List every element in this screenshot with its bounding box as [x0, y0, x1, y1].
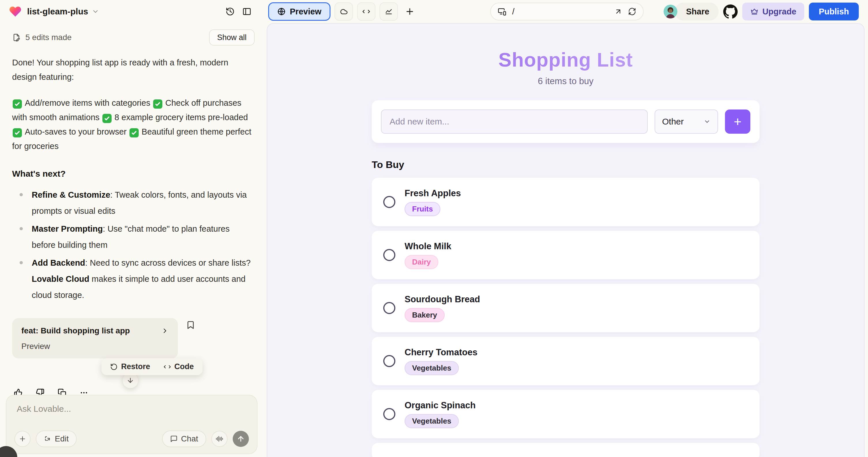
publish-button[interactable]: Publish — [809, 3, 859, 21]
feature-text: Add/remove items with categories — [25, 98, 150, 107]
shopping-item-row: Organic Spinach Vegetables — [372, 390, 760, 438]
refresh-icon — [628, 7, 636, 15]
version-status: Preview — [21, 342, 169, 351]
feature-text: Auto-saves to your browser — [25, 127, 127, 136]
open-external-button[interactable] — [614, 7, 622, 15]
code-icon — [362, 7, 370, 15]
category-selected-value: Other — [662, 117, 684, 127]
suggestion-list: Refine & Customize: Tweak colors, fonts,… — [21, 187, 255, 303]
chevron-right-icon — [161, 327, 169, 334]
refresh-button[interactable] — [628, 7, 636, 15]
globe-icon — [277, 7, 286, 16]
user-avatar[interactable] — [663, 5, 677, 19]
send-button[interactable] — [233, 431, 249, 447]
shopping-item-row: Whole Milk Dairy — [372, 231, 760, 279]
waveform-icon — [216, 435, 223, 443]
chevron-down-icon — [704, 118, 711, 125]
item-checkbox[interactable] — [383, 408, 395, 420]
cloud-button[interactable] — [335, 2, 353, 21]
list-item: Add Backend: Need to sync across devices… — [21, 255, 255, 303]
item-checkbox[interactable] — [383, 249, 395, 261]
lovable-logo-icon — [9, 5, 22, 18]
composer: Edit Chat — [6, 395, 257, 454]
panel-toggle-button[interactable] — [242, 7, 251, 16]
github-button[interactable] — [723, 4, 738, 19]
chat-bubble-icon — [170, 435, 178, 443]
voice-input-button[interactable] — [211, 431, 227, 447]
item-name: Organic Spinach — [405, 400, 475, 411]
bookmark-button[interactable] — [186, 320, 195, 330]
arrow-up-right-icon — [614, 7, 622, 15]
main-split: 5 edits made Show all Done! Your shoppin… — [0, 23, 868, 457]
code-icon — [163, 363, 171, 370]
url-bar[interactable]: / — [490, 3, 644, 21]
responsive-devices-icon — [498, 7, 506, 16]
upgrade-button[interactable]: Upgrade — [742, 3, 805, 21]
shopping-list: Fresh Apples Fruits Whole Milk Dairy — [372, 178, 760, 457]
preview-panel: Shopping List 6 items to buy Other + To … — [267, 23, 865, 457]
app-title: Shopping List — [372, 47, 760, 72]
arrow-down-icon — [127, 377, 134, 384]
url-path: / — [512, 7, 515, 17]
visual-edit-icon — [44, 435, 51, 443]
category-select[interactable]: Other — [655, 109, 718, 134]
item-name: Sourdough Bread — [405, 294, 480, 304]
check-emoji — [13, 99, 22, 109]
chat-mode-button[interactable]: Chat — [162, 430, 206, 447]
new-item-input[interactable] — [381, 109, 648, 134]
whats-next-heading: What's next? — [12, 169, 255, 178]
item-name: Cherry Tomatoes — [405, 347, 477, 358]
panel-controls — [225, 0, 251, 23]
file-edit-icon — [12, 33, 21, 42]
add-item-form: Other + — [372, 100, 760, 143]
items-count: 6 items to buy — [372, 76, 760, 87]
preview-tab[interactable]: Preview — [268, 2, 331, 21]
category-badge: Fruits — [405, 202, 440, 216]
crown-icon — [750, 7, 758, 15]
feature-text: 8 example grocery items pre-loaded — [115, 113, 248, 122]
check-emoji — [153, 99, 162, 109]
chat-panel: 5 edits made Show all Done! Your shoppin… — [0, 23, 267, 457]
chat-input[interactable] — [17, 404, 178, 414]
edits-summary: 5 edits made — [25, 33, 71, 42]
project-menu[interactable]: list-gleam-plus — [27, 7, 99, 17]
item-checkbox[interactable] — [383, 355, 395, 367]
code-button[interactable]: Code — [163, 362, 194, 371]
list-item: Master Prompting: Use "chat mode" to pla… — [21, 221, 255, 253]
history-icon — [225, 7, 235, 16]
code-view-button[interactable] — [357, 2, 375, 21]
upgrade-label: Upgrade — [763, 7, 797, 17]
item-checkbox[interactable] — [383, 302, 395, 314]
project-title: list-gleam-plus — [27, 7, 88, 17]
restore-button[interactable]: Restore — [110, 362, 150, 371]
version-row: feat: Build shopping list app Preview — [12, 318, 255, 358]
edits-summary-row: 5 edits made Show all — [12, 29, 255, 45]
add-item-button[interactable]: + — [725, 109, 750, 134]
shopping-item-row: Sourdough Bread Bakery — [372, 284, 760, 332]
check-emoji — [102, 114, 112, 123]
bookmark-icon — [186, 320, 195, 330]
composer-actions: Edit Chat — [14, 430, 249, 447]
shopping-item-row-partial — [372, 443, 760, 457]
history-button[interactable] — [225, 7, 235, 16]
share-button[interactable]: Share — [675, 3, 719, 21]
assistant-message-intro: Done! Your shopping list app is ready wi… — [12, 55, 255, 84]
analytics-button[interactable] — [379, 2, 398, 21]
chevron-down-icon — [92, 8, 99, 15]
list-item: Refine & Customize: Tweak colors, fonts,… — [21, 187, 255, 219]
add-view-button[interactable] — [402, 4, 417, 19]
undo-icon — [110, 363, 118, 370]
view-toolbar: Preview — [268, 0, 417, 23]
github-icon — [723, 4, 738, 19]
feature-list: Add/remove items with categories Check o… — [12, 96, 255, 153]
category-badge: Dairy — [405, 255, 438, 269]
plus-icon — [19, 435, 26, 443]
header-left: list-gleam-plus — [9, 0, 99, 23]
version-card[interactable]: feat: Build shopping list app Preview — [12, 318, 178, 358]
show-all-button[interactable]: Show all — [209, 29, 255, 45]
category-badge: Vegetables — [405, 361, 459, 375]
item-checkbox[interactable] — [383, 196, 395, 208]
edit-mode-button[interactable]: Edit — [36, 430, 77, 447]
plus-icon — [405, 7, 415, 17]
attach-button[interactable] — [14, 431, 31, 447]
